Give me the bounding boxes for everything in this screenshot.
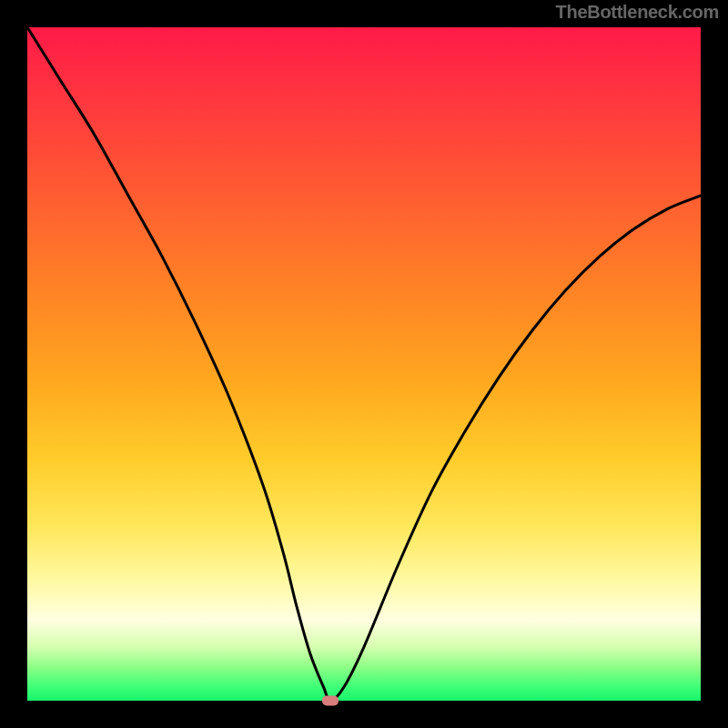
chart-frame: TheBottleneck.com	[0, 0, 728, 728]
heat-gradient-background	[27, 27, 701, 701]
plot-area	[27, 27, 701, 701]
optimum-marker	[322, 696, 339, 706]
watermark-text: TheBottleneck.com	[556, 2, 719, 23]
